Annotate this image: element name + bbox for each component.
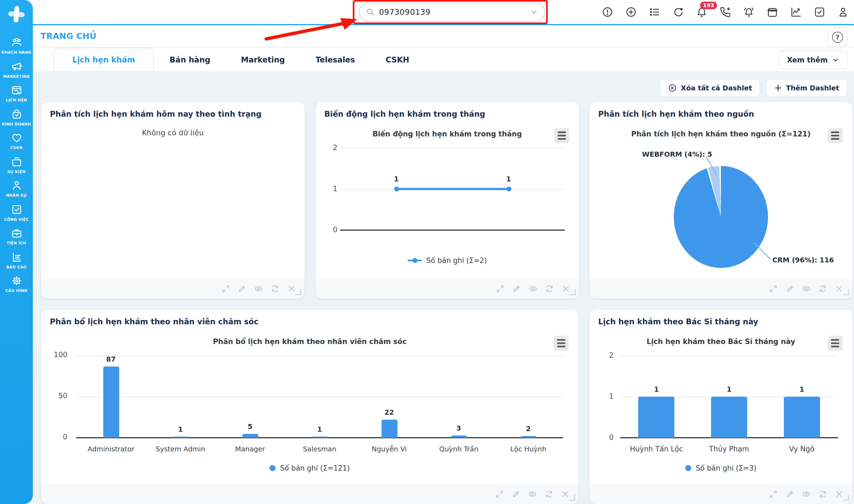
sidebar-item-cskh[interactable]: CSKH [0, 131, 33, 150]
tab-lich-hen-kham[interactable]: Lịch hẹn khám [53, 48, 154, 72]
close-icon[interactable] [561, 490, 570, 499]
chart-legend[interactable]: Số bản ghi (Σ=121) [41, 464, 579, 472]
sidebar-item-su-kien[interactable]: SỰ KIỆN [0, 155, 33, 174]
clear-all-dashlet-button[interactable]: Xóa tất cả Dashlet [659, 79, 760, 97]
list-icon[interactable] [648, 5, 661, 19]
edit-icon[interactable] [785, 284, 794, 293]
chart-menu-icon[interactable] [554, 336, 569, 350]
expand-icon[interactable] [496, 284, 505, 293]
refresh-icon[interactable] [818, 490, 827, 499]
calendar-icon[interactable] [766, 5, 779, 19]
chart-menu-icon[interactable] [555, 128, 569, 143]
resize-handle[interactable] [569, 495, 575, 501]
x-axis-labels: Administrator System Admin Manager Sales… [76, 445, 563, 453]
sidebar-item-bao-cao[interactable]: BÁO CÁO [0, 251, 33, 269]
edit-icon[interactable] [512, 284, 521, 293]
chevron-down-icon[interactable] [530, 8, 538, 16]
alert-icon[interactable] [601, 5, 614, 19]
app-logo[interactable] [6, 4, 26, 26]
y-tick: 0 [595, 433, 614, 442]
plus-circle-icon[interactable] [624, 5, 638, 19]
plot-area: 87 1 5 1 22 3 2 [76, 356, 563, 438]
sidebar-item-label: CÔNG VIỆC [4, 217, 29, 221]
reminder-bell-icon[interactable] [742, 5, 756, 19]
tab-cskh[interactable]: CSKH [370, 48, 424, 71]
sidebar-item-nhan-su[interactable]: NHÂN SỰ [0, 179, 33, 198]
topbar-icon-row: 193 [601, 0, 850, 24]
refresh-icon[interactable] [818, 284, 827, 293]
edit-icon[interactable] [238, 284, 247, 293]
person-icon [10, 179, 23, 192]
tab-telesales[interactable]: Telesales [300, 48, 370, 71]
crm-dashboard: 0973090139 193 [0, 0, 854, 504]
pie-chart: Phân tích lịch hẹn khám theo nguồn (Σ=12… [589, 102, 852, 279]
view-icon[interactable] [254, 284, 263, 293]
profile-icon[interactable] [836, 5, 850, 19]
y-tick: 1 [595, 392, 614, 400]
close-icon[interactable] [835, 284, 843, 293]
refresh-icon[interactable] [545, 490, 553, 499]
close-icon[interactable] [287, 284, 296, 293]
chart-legend[interactable]: Số bản ghi (Σ=3) [589, 464, 852, 472]
sidebar-item-marketing[interactable]: MARKETING [0, 60, 33, 78]
bar-value: 87 [106, 355, 116, 363]
refresh-icon[interactable] [545, 284, 554, 293]
analytics-icon[interactable] [789, 5, 802, 19]
search-icon [366, 8, 375, 16]
dashlet-source-pie: Phân tích lịch hẹn khám theo nguồn Phân … [589, 102, 852, 299]
resize-handle[interactable] [843, 495, 849, 501]
point-label: 1 [394, 175, 399, 183]
sidebar-item-lich-hen[interactable]: LỊCH HẸN [0, 84, 33, 103]
view-icon[interactable] [802, 490, 811, 499]
search-value[interactable]: 0973090139 [379, 8, 526, 16]
legend-marker [407, 260, 422, 262]
tasks-icon[interactable] [813, 5, 826, 19]
edit-icon[interactable] [785, 490, 794, 499]
expand-icon[interactable] [769, 284, 778, 293]
refresh-icon[interactable] [271, 284, 279, 293]
resize-handle[interactable] [843, 289, 849, 295]
sync-status-icon[interactable] [672, 5, 685, 19]
edit-icon[interactable] [512, 490, 521, 499]
tab-ban-hang[interactable]: Bán hàng [154, 48, 226, 71]
sidebar-item-label: NHÂN SỰ [6, 193, 26, 198]
sidebar-item-cau-hinh[interactable]: CẤU HÌNH [0, 274, 33, 293]
view-icon[interactable] [528, 490, 537, 499]
notification-bell-icon[interactable]: 193 [695, 5, 708, 19]
resize-handle[interactable] [570, 289, 576, 295]
view-icon[interactable] [529, 284, 538, 293]
pie-slice-label: WEBFORM (4%): 5 [642, 150, 712, 158]
global-search[interactable]: 0973090139 [359, 3, 545, 21]
data-point [506, 186, 511, 192]
sidebar-item-label: KHÁCH HÀNG [1, 50, 32, 55]
sidebar-item-cong-viec[interactable]: CÔNG VIỆC [0, 203, 33, 221]
calendar-icon [10, 84, 23, 96]
help-button[interactable]: ? [828, 28, 848, 47]
chart-legend[interactable]: Số bản ghi (Σ=2) [315, 256, 579, 265]
legend-marker [270, 465, 276, 471]
briefcase-icon [10, 227, 23, 239]
tab-marketing[interactable]: Marketing [226, 48, 300, 71]
bar [784, 397, 820, 438]
add-dashlet-button[interactable]: Thêm Dashlet [766, 79, 848, 97]
resize-handle[interactable] [295, 289, 301, 295]
gear-icon [10, 274, 23, 287]
chart-menu-icon[interactable] [828, 336, 842, 350]
sidebar-item-kinh-doanh[interactable]: KINH DOANH [0, 108, 33, 126]
sidebar-item-khach-hang[interactable]: KHÁCH HÀNG [0, 36, 33, 55]
close-icon[interactable] [835, 490, 843, 499]
bar [381, 420, 397, 438]
bar [638, 397, 675, 438]
close-icon[interactable] [562, 284, 570, 293]
expand-icon[interactable] [221, 284, 230, 293]
add-call-icon[interactable] [719, 5, 732, 19]
question-icon: ? [832, 32, 843, 42]
dashlet-doctor-bar: Lịch hẹn khám theo Bác Sĩ tháng này Lịch… [589, 309, 852, 504]
sidebar-item-tien-ich[interactable]: TIỆN ÍCH [0, 227, 33, 246]
xem-them-button[interactable]: Xem thêm [779, 50, 848, 70]
expand-icon[interactable] [769, 490, 778, 499]
expand-icon[interactable] [495, 490, 504, 499]
view-icon[interactable] [802, 284, 811, 293]
chart-menu-icon[interactable] [828, 128, 842, 143]
page-header: TRANG CHỦ ? [33, 25, 854, 48]
